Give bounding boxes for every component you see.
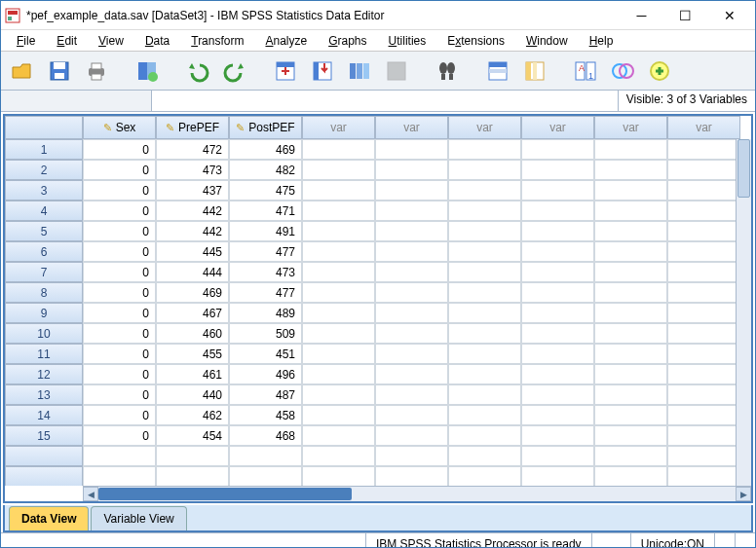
cell-empty[interactable]: [594, 425, 667, 446]
menu-window[interactable]: Window: [516, 32, 578, 50]
cell-postpef[interactable]: 475: [229, 180, 302, 201]
cell-empty[interactable]: [448, 139, 521, 160]
weight-cases-icon[interactable]: [607, 55, 638, 87]
cell-empty[interactable]: [594, 446, 667, 466]
cell-empty[interactable]: [375, 282, 448, 303]
cell-empty[interactable]: [594, 201, 667, 221]
cell-empty[interactable]: [302, 384, 375, 405]
cell-empty[interactable]: [375, 425, 448, 446]
cell-sex[interactable]: 0: [83, 323, 156, 344]
tab-variable-view[interactable]: Variable View: [91, 506, 186, 530]
menu-extensions[interactable]: Extensions: [437, 32, 514, 50]
cell-empty[interactable]: [302, 303, 375, 323]
scroll-left-icon[interactable]: ◀: [83, 487, 98, 501]
cell-empty[interactable]: [521, 139, 594, 160]
cell-empty[interactable]: [594, 323, 667, 344]
cell-empty[interactable]: [302, 262, 375, 282]
cell-sex[interactable]: 0: [83, 160, 156, 180]
cell-empty[interactable]: [375, 405, 448, 425]
cell-sex[interactable]: 0: [83, 364, 156, 384]
cell-empty[interactable]: [302, 425, 375, 446]
row-header[interactable]: 7: [5, 262, 83, 282]
cell-empty[interactable]: [302, 282, 375, 303]
cell-empty[interactable]: [667, 303, 740, 323]
cell-empty[interactable]: [667, 344, 740, 364]
cell-empty[interactable]: [521, 384, 594, 405]
cell-empty[interactable]: [375, 384, 448, 405]
cell-empty[interactable]: [156, 446, 229, 466]
print-icon[interactable]: [81, 55, 112, 87]
cell-prepef[interactable]: 442: [156, 221, 229, 241]
cell-empty[interactable]: [229, 466, 302, 486]
cell-empty[interactable]: [594, 160, 667, 180]
col-header-prepef[interactable]: ✎PrePEF: [156, 116, 229, 139]
cell-prepef[interactable]: 437: [156, 180, 229, 201]
menu-view[interactable]: View: [89, 32, 133, 50]
row-header[interactable]: 6: [5, 241, 83, 262]
data-grid[interactable]: ✎Sex✎PrePEF✎PostPEFvarvarvarvarvarvar104…: [5, 116, 751, 486]
cell-postpef[interactable]: 482: [229, 160, 302, 180]
cell-empty[interactable]: [594, 466, 667, 486]
split-file-icon[interactable]: A1: [570, 55, 601, 87]
cell-empty[interactable]: [594, 221, 667, 241]
cell-empty[interactable]: [521, 364, 594, 384]
row-header[interactable]: 5: [5, 221, 83, 241]
col-header-empty[interactable]: var: [521, 116, 594, 139]
menu-help[interactable]: Help: [580, 32, 624, 50]
col-header-empty[interactable]: var: [667, 116, 740, 139]
find-icon[interactable]: [432, 55, 463, 87]
cell-empty[interactable]: [521, 323, 594, 344]
cell-empty[interactable]: [594, 180, 667, 201]
save-icon[interactable]: [44, 55, 75, 87]
recall-dialog-icon[interactable]: [132, 55, 163, 87]
cell-empty[interactable]: [302, 446, 375, 466]
row-header[interactable]: 11: [5, 344, 83, 364]
cell-empty[interactable]: [229, 446, 302, 466]
goto-case-icon[interactable]: [270, 55, 301, 87]
cell-editor-name[interactable]: [1, 91, 152, 111]
cell-empty[interactable]: [302, 201, 375, 221]
cell-empty[interactable]: [83, 466, 156, 486]
row-header[interactable]: 2: [5, 160, 83, 180]
cell-empty[interactable]: [667, 405, 740, 425]
cell-empty[interactable]: [375, 344, 448, 364]
cell-empty[interactable]: [302, 364, 375, 384]
tab-data-view[interactable]: Data View: [9, 506, 89, 530]
row-header[interactable]: 15: [5, 425, 83, 446]
cell-empty[interactable]: [594, 139, 667, 160]
cell-empty[interactable]: [448, 446, 521, 466]
cell-empty[interactable]: [156, 466, 229, 486]
cell-empty[interactable]: [521, 425, 594, 446]
cell-empty[interactable]: [448, 180, 521, 201]
cell-empty[interactable]: [667, 241, 740, 262]
cell-empty[interactable]: [448, 282, 521, 303]
cell-prepef[interactable]: 461: [156, 364, 229, 384]
cell-empty[interactable]: [594, 364, 667, 384]
row-header[interactable]: 4: [5, 201, 83, 221]
cell-empty[interactable]: [521, 241, 594, 262]
row-header-empty[interactable]: [5, 446, 83, 466]
cell-empty[interactable]: [521, 180, 594, 201]
cell-empty[interactable]: [667, 425, 740, 446]
hscroll-thumb[interactable]: [98, 488, 352, 500]
row-header[interactable]: 10: [5, 323, 83, 344]
menu-utilities[interactable]: Utilities: [379, 32, 436, 50]
cell-empty[interactable]: [448, 364, 521, 384]
cell-empty[interactable]: [448, 160, 521, 180]
row-header[interactable]: 13: [5, 384, 83, 405]
col-header-sex[interactable]: ✎Sex: [83, 116, 156, 139]
cell-empty[interactable]: [375, 201, 448, 221]
cell-empty[interactable]: [521, 446, 594, 466]
cell-empty[interactable]: [667, 262, 740, 282]
cell-prepef[interactable]: 469: [156, 282, 229, 303]
cell-empty[interactable]: [302, 180, 375, 201]
row-header-empty[interactable]: [5, 466, 83, 486]
cell-empty[interactable]: [594, 344, 667, 364]
cell-empty[interactable]: [667, 221, 740, 241]
cell-empty[interactable]: [667, 201, 740, 221]
cell-empty[interactable]: [448, 262, 521, 282]
col-header-empty[interactable]: var: [375, 116, 448, 139]
col-header-empty[interactable]: var: [594, 116, 667, 139]
cell-sex[interactable]: 0: [83, 303, 156, 323]
cell-empty[interactable]: [302, 139, 375, 160]
